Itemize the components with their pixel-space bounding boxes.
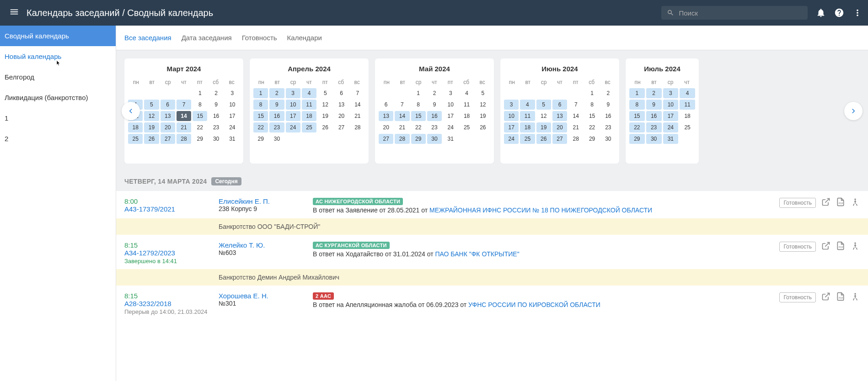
tab-2[interactable]: Готовность [242,26,277,50]
day-9[interactable]: 9 [427,100,442,110]
day-4[interactable]: 4 [520,100,535,110]
day-8[interactable]: 8 [411,100,426,110]
day-17[interactable]: 17 [663,111,679,121]
day-10[interactable]: 10 [286,100,300,110]
day-30[interactable]: 30 [427,134,442,144]
pdf-icon[interactable]: PDF [836,197,845,208]
day-26[interactable]: 26 [536,134,551,144]
day-10[interactable]: 10 [663,100,679,110]
day-13[interactable]: 13 [552,111,567,121]
sidebar-item-1[interactable]: Новый календарь [0,46,116,67]
day-8[interactable]: 8 [584,100,599,110]
day-1[interactable]: 1 [629,88,645,98]
day-9[interactable]: 9 [269,100,284,110]
day-3[interactable]: 3 [443,88,458,98]
day-16[interactable]: 16 [646,111,662,121]
day-6[interactable]: 6 [379,100,393,110]
day-18[interactable]: 18 [128,122,143,132]
menu-icon[interactable] [5,3,23,22]
day-15[interactable]: 15 [629,111,645,121]
day-4[interactable]: 4 [680,88,695,98]
day-7[interactable]: 7 [568,100,583,110]
day-8[interactable]: 8 [629,100,645,110]
day-9[interactable]: 9 [209,100,223,110]
day-25[interactable]: 25 [459,122,474,132]
sidebar-item-2[interactable]: Белгород [0,67,116,87]
open-external-icon[interactable] [821,241,830,252]
day-27[interactable]: 27 [379,134,393,144]
day-22[interactable]: 22 [584,122,599,132]
day-15[interactable]: 15 [253,111,268,121]
day-23[interactable]: 23 [269,122,284,132]
day-28[interactable]: 28 [568,134,583,144]
day-21[interactable]: 21 [177,122,191,132]
day-8[interactable]: 8 [193,100,207,110]
day-29[interactable]: 29 [253,134,268,144]
day-30[interactable]: 30 [646,134,662,144]
day-3[interactable]: 3 [504,100,519,110]
day-1[interactable]: 1 [253,88,268,98]
day-3[interactable]: 3 [286,88,300,98]
day-23[interactable]: 23 [427,122,442,132]
day-18[interactable]: 18 [302,111,316,121]
day-17[interactable]: 17 [225,111,240,121]
help-icon[interactable] [834,8,844,18]
day-30[interactable]: 30 [601,134,616,144]
case-number[interactable]: А34-12792/2023 [124,249,216,257]
day-18[interactable]: 18 [680,111,695,121]
day-30[interactable]: 30 [209,134,223,144]
day-15[interactable]: 15 [584,111,599,121]
day-10[interactable]: 10 [443,100,458,110]
day-20[interactable]: 20 [334,111,348,121]
day-30[interactable]: 30 [269,134,284,144]
judge-name[interactable]: Желейко Т. Ю. [219,241,310,249]
day-26[interactable]: 26 [318,122,332,132]
open-external-icon[interactable] [821,197,830,208]
day-14[interactable]: 14 [350,100,365,110]
party-link[interactable]: УФНС РОССИИ ПО КИРОВСКОЙ ОБЛАСТИ [468,301,600,308]
day-16[interactable]: 16 [427,111,442,121]
day-19[interactable]: 19 [318,111,332,121]
day-31[interactable]: 31 [443,134,458,144]
day-14[interactable]: 14 [568,111,583,121]
more-icon[interactable] [852,8,863,18]
day-8[interactable]: 8 [253,100,268,110]
day-10[interactable]: 10 [225,100,240,110]
day-11[interactable]: 11 [302,100,316,110]
day-16[interactable]: 16 [269,111,284,121]
day-2[interactable]: 2 [269,88,284,98]
ready-button[interactable]: Готовность [779,292,816,302]
day-31[interactable]: 31 [663,134,679,144]
day-19[interactable]: 19 [144,122,159,132]
search-input[interactable] [679,9,802,17]
ready-button[interactable]: Готовность [779,198,816,208]
day-4[interactable]: 4 [459,88,474,98]
day-18[interactable]: 18 [459,111,474,121]
day-3[interactable]: 3 [663,88,679,98]
day-12[interactable]: 12 [476,100,490,110]
day-13[interactable]: 13 [161,111,175,121]
day-11[interactable]: 11 [520,111,535,121]
day-17[interactable]: 17 [286,111,300,121]
sidebar-item-5[interactable]: 2 [0,128,116,149]
person-icon[interactable] [851,292,860,303]
day-19[interactable]: 19 [536,122,551,132]
day-5[interactable]: 5 [318,88,332,98]
day-27[interactable]: 27 [161,134,175,144]
day-12[interactable]: 12 [536,111,551,121]
day-20[interactable]: 20 [161,122,175,132]
day-23[interactable]: 23 [209,122,223,132]
sidebar-item-3[interactable]: Ликвидация (банкротство) [0,87,116,108]
day-25[interactable]: 25 [128,134,143,144]
day-1[interactable]: 1 [584,88,599,98]
tab-1[interactable]: Дата заседания [182,26,232,50]
sidebar-item-4[interactable]: 1 [0,108,116,128]
ready-button[interactable]: Готовность [779,242,816,252]
day-29[interactable]: 29 [193,134,207,144]
day-29[interactable]: 29 [584,134,599,144]
tab-3[interactable]: Календари [287,26,322,50]
case-number[interactable]: А28-3232/2018 [124,300,216,307]
day-29[interactable]: 29 [411,134,426,144]
day-7[interactable]: 7 [350,88,365,98]
day-12[interactable]: 12 [144,111,159,121]
